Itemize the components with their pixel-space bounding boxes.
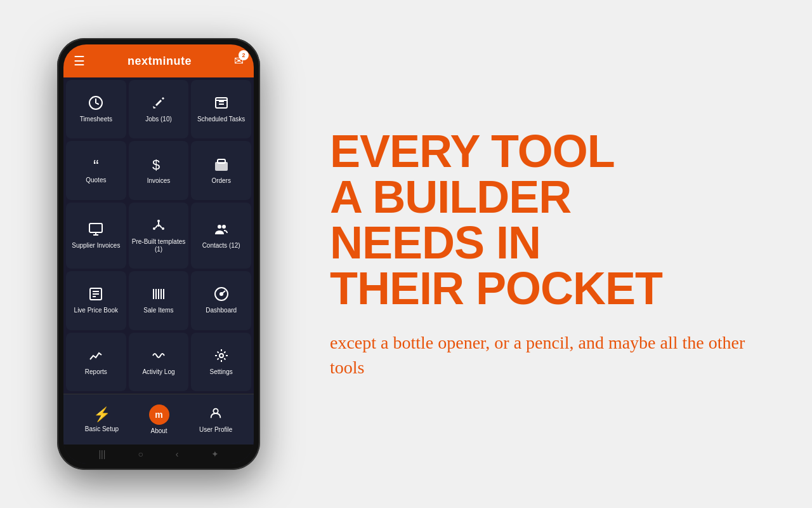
menu-grid: Timesheets Jobs (10) Scheduled Tasks [63, 77, 254, 394]
basic-setup-icon: ⚡ [93, 406, 110, 423]
menu-item-scheduled-tasks[interactable]: Scheduled Tasks [191, 80, 251, 138]
left-panel: ☰ nextminute ✉ 2 Timesheets [0, 0, 317, 508]
phone-screen: ☰ nextminute ✉ 2 Timesheets [63, 44, 254, 464]
svg-point-17 [218, 225, 221, 229]
nav-item-about[interactable]: m About [149, 404, 169, 434]
menu-item-quotes[interactable]: “ Quotes [66, 141, 126, 199]
pre-built-templates-icon [151, 218, 166, 236]
svg-point-18 [222, 225, 226, 229]
sale-items-icon [151, 286, 166, 304]
mail-badge: 2 [239, 50, 249, 60]
subtext: except a bottle opener, or a pencil, and… [330, 330, 780, 380]
quotes-label: Quotes [86, 177, 106, 184]
sale-items-label: Sale Items [143, 307, 173, 314]
menu-item-settings[interactable]: Settings [191, 333, 251, 391]
svg-rect-7 [89, 224, 102, 232]
menu-item-live-price-book[interactable]: Live Price Book [66, 271, 126, 330]
menu-item-reports[interactable]: Reports [66, 333, 126, 391]
activity-log-icon [151, 348, 166, 366]
user-profile-icon [209, 406, 223, 424]
live-price-book-icon [88, 286, 103, 304]
menu-item-jobs[interactable]: Jobs (10) [129, 80, 189, 138]
basic-setup-label: Basic Setup [85, 425, 119, 432]
nav-item-basic-setup[interactable]: ⚡ Basic Setup [85, 406, 119, 432]
live-price-book-label: Live Price Book [74, 307, 118, 314]
quotes-icon: “ [93, 157, 99, 174]
dashboard-icon [214, 286, 229, 304]
hamburger-menu-icon[interactable]: ☰ [74, 53, 85, 69]
jobs-label: Jobs (10) [145, 116, 172, 123]
menu-item-timesheets[interactable]: Timesheets [66, 80, 126, 138]
invoices-label: Invoices [147, 177, 171, 185]
headline-line4: THEIR POCKET [330, 265, 780, 311]
svg-rect-25 [158, 289, 159, 299]
svg-point-12 [162, 227, 164, 230]
app-title: nextminute [128, 55, 192, 68]
svg-point-31 [213, 408, 218, 413]
contacts-icon [214, 222, 229, 239]
svg-rect-26 [160, 289, 162, 299]
supplier-invoices-icon [88, 222, 103, 239]
headline-line1: EVERY TOOL [330, 128, 780, 174]
supplier-invoices-label: Supplier Invoices [72, 242, 120, 250]
menu-item-contacts[interactable]: Contacts (12) [191, 203, 251, 269]
user-profile-label: User Profile [199, 426, 232, 433]
svg-rect-1 [216, 98, 227, 108]
reports-icon [88, 348, 103, 366]
svg-text:$: $ [152, 157, 160, 172]
recents-gesture: ‹ [176, 449, 179, 459]
headline-line3: NEEDS IN [330, 220, 780, 265]
jobs-icon [151, 95, 166, 113]
accessibility-gesture: ✦ [211, 449, 219, 459]
topbar: ☰ nextminute ✉ 2 [63, 44, 254, 77]
svg-point-29 [220, 293, 223, 295]
menu-item-activity-log[interactable]: Activity Log [129, 333, 189, 391]
menu-item-dashboard[interactable]: Dashboard [191, 271, 251, 330]
about-label: About [150, 427, 167, 434]
headline: EVERY TOOL A BUILDER NEEDS IN THEIR POCK… [330, 128, 780, 311]
contacts-label: Contacts (12) [202, 242, 240, 250]
mail-icon[interactable]: ✉ 2 [234, 54, 244, 68]
svg-line-16 [160, 225, 162, 228]
scheduled-tasks-icon [214, 95, 229, 113]
reports-label: Reports [85, 368, 107, 376]
svg-point-13 [157, 224, 160, 227]
svg-point-30 [219, 354, 223, 358]
right-panel: EVERY TOOL A BUILDER NEEDS IN THEIR POCK… [317, 0, 812, 508]
menu-item-orders[interactable]: Orders [191, 141, 251, 199]
timesheets-icon [88, 95, 103, 113]
menu-item-sale-items[interactable]: Sale Items [129, 271, 189, 330]
back-gesture: ||| [98, 449, 105, 459]
svg-point-10 [157, 220, 160, 222]
timesheets-label: Timesheets [80, 116, 112, 123]
bottom-nav: ⚡ Basic Setup m About User Profile [63, 394, 254, 444]
headline-line2: A BUILDER [330, 174, 780, 220]
home-gesture: ○ [138, 449, 143, 459]
svg-rect-23 [153, 289, 154, 299]
settings-label: Settings [210, 368, 233, 376]
menu-item-invoices[interactable]: $ Invoices [129, 141, 189, 199]
svg-rect-24 [155, 289, 157, 299]
about-avatar: m [149, 404, 169, 425]
orders-icon [214, 157, 229, 175]
activity-log-label: Activity Log [142, 368, 174, 376]
svg-point-11 [153, 227, 155, 230]
invoices-icon: $ [151, 157, 166, 175]
phone-bottom-bar: ||| ○ ‹ ✦ [63, 444, 254, 464]
scheduled-tasks-label: Scheduled Tasks [197, 116, 245, 123]
orders-label: Orders [211, 177, 231, 185]
dashboard-label: Dashboard [206, 307, 237, 314]
svg-rect-6 [218, 159, 225, 163]
pre-built-templates-label: Pre-Built templates (1) [131, 238, 187, 253]
settings-icon [214, 348, 229, 366]
nav-item-user-profile[interactable]: User Profile [199, 406, 232, 433]
phone-mockup: ☰ nextminute ✉ 2 Timesheets [57, 38, 260, 470]
menu-item-pre-built-templates[interactable]: Pre-Built templates (1) [129, 203, 189, 269]
svg-rect-27 [163, 289, 164, 299]
svg-line-15 [155, 225, 157, 228]
menu-item-supplier-invoices[interactable]: Supplier Invoices [66, 203, 126, 269]
